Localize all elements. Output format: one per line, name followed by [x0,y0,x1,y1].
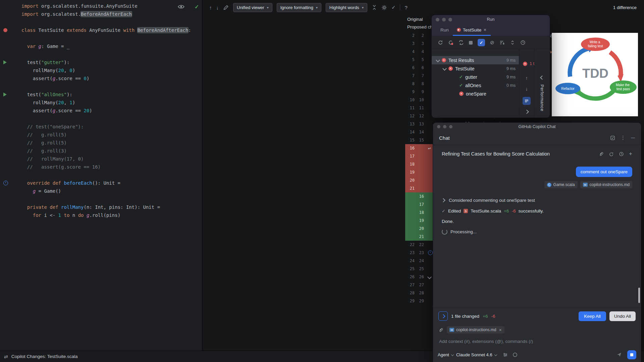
viewer-mode-dropdown[interactable]: Unified viewer ▾ [233,3,272,12]
more-options-icon[interactable]: ⋮ [621,135,626,141]
collapse-unchanged-icon[interactable] [372,5,377,10]
zoom-window-button[interactable] [449,125,452,128]
diff-line-number-left: 23 [405,249,417,257]
fold-chevron-icon[interactable] [427,275,432,279]
override-marker-icon[interactable]: ↑ [3,181,8,185]
diff-line-number-right: 2 [417,32,426,40]
edit-icon[interactable] [223,5,229,10]
thought-row[interactable]: Considered commenting out oneSpare test [442,198,632,203]
minimize-window-button[interactable] [443,125,446,128]
undo-all-button[interactable]: Undo All [609,311,636,321]
stop-icon[interactable] [469,41,473,45]
rerun-failed-tests-icon[interactable] [448,40,453,45]
changes-removed: -6 [491,314,495,319]
minimize-window-button[interactable] [442,18,446,21]
tab-chat[interactable]: Chat [439,135,450,141]
agent-mode-select[interactable]: Agent [438,352,453,357]
chevron-right-icon[interactable] [441,198,445,202]
minimize-panel-icon[interactable]: — [631,135,635,140]
checkbox-icon[interactable] [610,135,615,140]
settings-gear-icon[interactable] [381,5,387,10]
diff-line-number-right: 19 [417,217,426,225]
diff-line-number-right [417,160,426,168]
tree-row-testsuite[interactable]: ✕ TestSuite 9 ms [432,64,519,73]
usage-circle-icon[interactable] [513,352,518,357]
chat-input[interactable] [438,339,636,344]
expand-changes-button[interactable] [438,311,448,321]
next-change-icon[interactable]: ↓ [216,5,219,10]
chevron-down-icon[interactable] [436,58,440,62]
apply-changes-icon[interactable]: ✓ [391,4,396,10]
edited-file-name[interactable]: TestSuite.scala [471,208,501,214]
keep-all-button[interactable]: Keep All [579,311,606,321]
chat-tab-row: Chat ⋮ — [433,131,641,145]
code-text: // g.roll(5) [13,139,67,147]
show-ignored-toggle[interactable]: ⊘ [490,40,494,46]
highlighting-eye-icon[interactable] [178,3,184,10]
markdown-file-icon: M [583,183,588,187]
run-class-icon[interactable] [3,28,7,32]
send-icon[interactable] [616,352,622,357]
run-test-icon[interactable] [3,93,7,97]
history-icon[interactable] [619,152,624,157]
view-options-icon[interactable] [523,97,531,105]
lines-added: +6 [504,208,509,214]
diff-line-number-left: 25 [405,265,417,273]
diff-line-number-left: 18 [405,160,417,168]
paperclip-icon[interactable] [438,327,443,333]
remove-attachment-icon[interactable]: ✕ [499,328,501,332]
inspections-ok-icon[interactable]: ✓ [195,4,199,10]
code-text: // g.roll(3) [13,147,67,155]
run-toolbar: ✓ ⊘ [432,36,550,49]
tab-performance[interactable]: Performance [540,84,545,111]
tree-row-allones[interactable]: ✓ allOnes 0 ms [432,81,519,89]
toolbar-separator [400,4,400,10]
sort-tests-icon[interactable] [499,40,505,45]
attachment-chip[interactable]: M copilot-instructions.md ✕ [447,326,504,334]
status-copilot-changes[interactable]: Copilot Changes: TestSuite.scala [11,354,78,359]
diff-line-number-left: 19 [405,168,417,176]
chat-scrollbar[interactable] [638,288,640,303]
new-chat-icon[interactable]: + [629,150,632,157]
toggle-auto-test-icon[interactable] [459,40,464,45]
zoom-window-button[interactable] [448,18,452,21]
rerun-tests-icon[interactable] [438,40,443,45]
run-test-icon[interactable] [3,60,7,64]
previous-occurrence-icon[interactable]: ↑ [526,75,528,81]
run-window-titlebar: Run [432,15,550,24]
test-history-icon[interactable] [520,40,526,45]
close-window-button[interactable] [437,125,440,128]
test-failed-icon: ✕ [459,92,464,96]
tab-run[interactable]: Run [436,24,453,36]
show-passed-toggle[interactable]: ✓ [478,39,485,46]
context-chip-copilot-instructions[interactable]: M copilot-instructions.md [580,181,632,188]
highlight-mode-dropdown[interactable]: Highlight words ▾ [326,3,367,12]
formatting-mode-dropdown[interactable]: Ignore formatting ▾ [277,3,321,12]
stop-generating-button[interactable] [627,350,636,359]
help-icon[interactable]: ? [405,5,407,10]
diff-line-number-right: 4 [417,48,426,56]
test-passed-icon: ✓ [459,83,463,88]
tools-icon[interactable] [503,352,508,357]
attachment-icon[interactable] [599,152,604,157]
tree-row-gutter[interactable]: ✓ gutter 9 ms [432,73,519,81]
chevron-down-icon[interactable] [442,66,447,71]
next-occurrence-icon[interactable]: ↓ [526,86,528,92]
model-select[interactable]: Claude Sonnet 4.6 [456,352,497,357]
close-window-button[interactable] [436,18,439,21]
tree-row-test-results[interactable]: ✕ Test Results 9 ms [432,56,519,64]
previous-change-icon[interactable]: ↑ [209,5,212,10]
revert-change-icon[interactable]: ↩ [428,146,431,150]
failed-tests-badge[interactable]: ✕ 1 t [523,61,534,66]
tree-row-onespare[interactable]: ✕ oneSpare [432,89,519,98]
expand-collapse-icon[interactable] [510,40,515,45]
context-chip-game-scala[interactable]: C Game.scala [544,181,578,188]
code-line: rollMany(20, 0) [0,66,202,74]
override-marker-icon[interactable]: ↑ [428,250,433,255]
redo-icon[interactable] [609,152,614,157]
collapse-strip-icon[interactable] [540,75,544,80]
tab-testsuite[interactable]: TestSuite ✕ [453,24,491,36]
tab-testsuite-label: TestSuite [463,27,482,33]
close-tab-icon[interactable]: ✕ [483,28,486,32]
expand-rail-icon[interactable] [525,110,529,114]
